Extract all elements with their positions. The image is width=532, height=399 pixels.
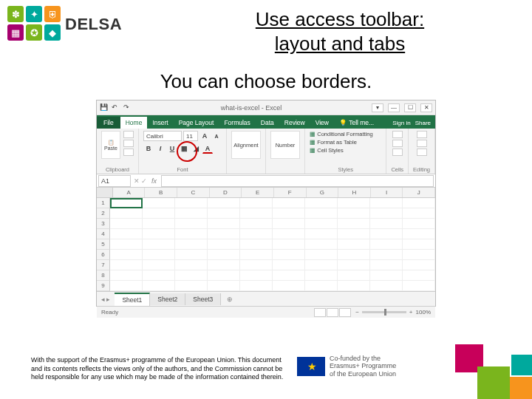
signin-link[interactable]: Sign in [392, 120, 410, 126]
col-header[interactable]: F [274, 188, 307, 197]
tab-formulas[interactable]: Formulas [219, 117, 255, 129]
group-clipboard: 📋Paste Clipboard [97, 129, 139, 174]
autosum-button[interactable] [417, 131, 427, 138]
tab-review[interactable]: Review [279, 117, 310, 129]
col-header[interactable]: D [210, 188, 242, 197]
page-layout-view-button[interactable] [327, 308, 338, 317]
select-all-corner[interactable] [97, 188, 113, 197]
row-header[interactable]: 8 [97, 270, 110, 281]
zoom-slider[interactable] [362, 311, 406, 313]
undo-icon[interactable]: ↶ [112, 103, 120, 112]
cancel-formula-icon[interactable]: ✕ [134, 177, 140, 185]
eu-flag-icon: ★ [297, 357, 325, 376]
close-button[interactable]: ✕ [420, 103, 432, 112]
formula-bar[interactable] [161, 175, 434, 187]
col-header[interactable]: H [338, 188, 371, 197]
slide-title: Use access toolbar: layout and tabs [192, 7, 488, 55]
fx-icon[interactable]: fx [151, 177, 157, 185]
italic-button[interactable]: I [155, 143, 166, 154]
increase-font-icon[interactable]: A [200, 131, 210, 141]
tab-file[interactable]: File [97, 117, 120, 129]
normal-view-button[interactable] [314, 308, 326, 317]
square-green [477, 366, 510, 399]
font-name-select[interactable]: Calibri [143, 131, 182, 141]
square-icon: ◆ [44, 24, 61, 41]
col-header[interactable]: J [403, 188, 435, 197]
tab-insert[interactable]: Insert [147, 117, 173, 129]
save-icon[interactable]: 💾 [100, 103, 109, 112]
ribbon-options-icon[interactable]: ▾ [372, 103, 383, 112]
format-painter-button[interactable] [123, 149, 134, 156]
enter-formula-icon[interactable]: ✓ [141, 177, 147, 185]
group-number: Number [266, 129, 305, 174]
clear-button[interactable] [417, 149, 427, 156]
row-header[interactable]: 6 [97, 250, 110, 260]
row-headers: 1 2 3 4 5 6 7 8 9 10 [97, 198, 110, 291]
slide-subtitle: You can choose borders. [0, 70, 532, 93]
title-line2: layout and tabs [275, 33, 405, 55]
eu-line2: Erasmus+ Programme [330, 362, 396, 370]
ribbon-tabs: File Home Insert Page Layout Formulas Da… [97, 115, 435, 129]
page-break-view-button[interactable] [339, 308, 351, 317]
decrease-font-icon[interactable]: A [211, 131, 222, 141]
tab-page-layout[interactable]: Page Layout [174, 117, 219, 129]
font-color-button[interactable]: A [202, 143, 213, 154]
alignment-controls[interactable]: Alignment [231, 131, 261, 159]
formula-bar-row: A1 ✕ ✓ fx [97, 174, 435, 188]
excel-window: 💾 ↶ ↷ what-is-excel - Excel ▾ — ☐ ✕ File… [96, 100, 436, 307]
col-header[interactable]: C [177, 188, 210, 197]
conditional-formatting-button[interactable]: Conditional Formatting [310, 131, 381, 137]
cells-area[interactable] [110, 198, 435, 291]
worksheet-grid[interactable]: A B C D E F G H I J 1 2 3 4 5 6 7 8 9 10 [97, 188, 435, 291]
zoom-in-button[interactable]: + [409, 309, 413, 316]
redo-icon[interactable]: ↷ [123, 103, 132, 112]
square-orange [510, 377, 532, 399]
fill-button[interactable] [417, 140, 427, 147]
copy-button[interactable] [123, 140, 134, 147]
tab-view[interactable]: View [310, 117, 334, 129]
row-header[interactable]: 1 [97, 198, 110, 208]
row-header[interactable]: 2 [97, 208, 110, 219]
row-header[interactable]: 4 [97, 229, 110, 239]
active-cell[interactable] [110, 198, 143, 208]
col-header[interactable]: I [371, 188, 403, 197]
zoom-out-button[interactable]: − [355, 309, 359, 316]
insert-cells-button[interactable] [392, 131, 403, 138]
grid-icon: ▦ [7, 24, 24, 41]
borders-button[interactable]: ▦ [179, 143, 189, 154]
cell-styles-button[interactable]: Cell Styles [310, 147, 381, 154]
col-header[interactable]: A [113, 188, 146, 197]
eu-line1: Co-funded by the [330, 355, 396, 363]
header-logo: ✽ ✦ ⛨ ▦ ✪ ◆ [7, 6, 61, 41]
col-header[interactable]: G [307, 188, 339, 197]
sheet-tab[interactable]: Sheet1 [115, 293, 150, 306]
eu-cofunded-block: ★ Co-funded by the Erasmus+ Programme of… [297, 355, 396, 378]
name-box[interactable]: A1 [98, 175, 131, 187]
row-header[interactable]: 9 [97, 281, 110, 291]
row-header[interactable]: 3 [97, 219, 110, 229]
minimize-button[interactable]: — [388, 103, 400, 112]
share-button[interactable]: Share [415, 120, 431, 126]
tab-data[interactable]: Data [256, 117, 279, 129]
sheet-tab[interactable]: Sheet3 [185, 293, 221, 305]
number-controls[interactable]: Number [270, 131, 300, 159]
col-header[interactable]: E [242, 188, 274, 197]
disclaimer-text: With the support of the Erasmus+ program… [31, 356, 286, 381]
paste-button[interactable]: 📋Paste [101, 131, 120, 159]
row-header[interactable]: 5 [97, 239, 110, 250]
col-header[interactable]: B [145, 188, 177, 197]
sheet-nav-arrows[interactable]: ◂ ▸ [97, 296, 115, 303]
sheet-tab[interactable]: Sheet2 [150, 293, 185, 305]
format-as-table-button[interactable]: Format as Table [310, 139, 381, 146]
maximize-button[interactable]: ☐ [404, 103, 416, 112]
format-cells-button[interactable] [392, 149, 403, 156]
new-sheet-button[interactable]: ⊕ [221, 296, 239, 303]
tab-home[interactable]: Home [120, 117, 148, 129]
bold-button[interactable]: B [143, 143, 154, 154]
font-size-select[interactable]: 11 [183, 131, 198, 141]
tell-me[interactable]: 💡 Tell me... [334, 117, 379, 129]
underline-button[interactable]: U [167, 143, 177, 154]
cut-button[interactable] [123, 131, 134, 138]
delete-cells-button[interactable] [392, 140, 403, 147]
row-header[interactable]: 7 [97, 260, 110, 270]
